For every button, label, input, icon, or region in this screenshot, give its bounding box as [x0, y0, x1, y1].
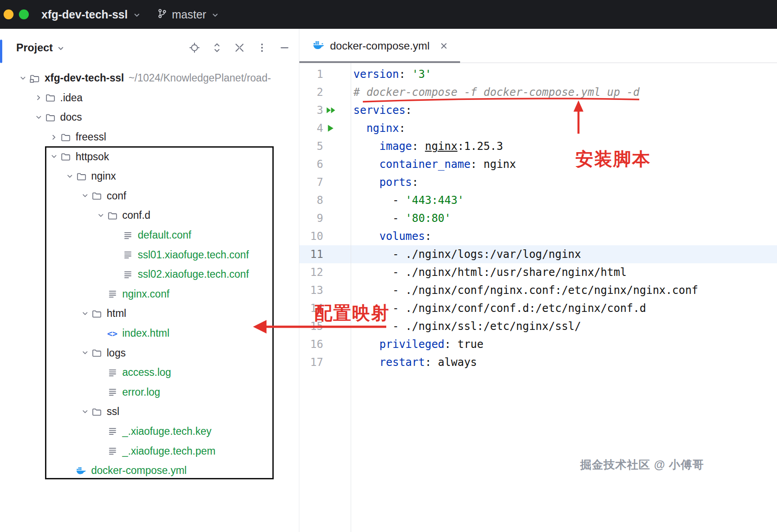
code-line-9[interactable]: 9 - '80:80': [299, 209, 777, 227]
code-line-6[interactable]: 6 container_name: nginx: [299, 155, 777, 173]
close-icon[interactable]: [438, 41, 449, 51]
chevron-right-icon[interactable]: [33, 93, 45, 102]
run-all-icon[interactable]: [325, 105, 342, 116]
code-line-2[interactable]: 2# docker-compose -f docker-compose.yml …: [299, 83, 777, 101]
line-number[interactable]: 10: [299, 227, 323, 245]
line-number[interactable]: 15: [299, 317, 323, 335]
code-line-7[interactable]: 7 ports:: [299, 173, 777, 191]
code-line-4[interactable]: 4 nginx:: [299, 119, 777, 137]
chevron-right-icon[interactable]: [48, 133, 60, 142]
code-line-17[interactable]: 17 restart: always: [299, 353, 777, 371]
chevron-down-icon[interactable]: [64, 172, 76, 181]
project-panel-header: Project: [0, 37, 299, 59]
tree-item-docker-compose.yml[interactable]: docker-compose.yml: [0, 461, 299, 481]
chevron-down-icon[interactable]: [33, 113, 45, 122]
chevron-down-icon[interactable]: [17, 74, 29, 83]
html-icon: <>: [107, 329, 118, 338]
tree-item-freessl[interactable]: freessl: [0, 127, 299, 147]
line-number[interactable]: 3: [299, 101, 323, 119]
folder-icon: [60, 132, 72, 142]
code-line-1[interactable]: 1version: '3': [299, 65, 777, 83]
line-number[interactable]: 1: [299, 65, 323, 83]
code-line-15[interactable]: 15 - ./nginx/ssl:/etc/nginx/ssl/: [299, 317, 777, 335]
code-line-14[interactable]: 14 - ./nginx/conf/conf.d:/etc/nginx/conf…: [299, 299, 777, 317]
line-number[interactable]: 13: [299, 281, 323, 299]
tree-item-.idea[interactable]: .idea: [0, 88, 299, 108]
hide-toolwindow-icon[interactable]: [279, 42, 290, 53]
code-line-8[interactable]: 8 - '443:443': [299, 191, 777, 209]
chevron-down-icon[interactable]: [95, 211, 107, 220]
line-number[interactable]: 6: [299, 155, 323, 173]
code-line-12[interactable]: 12 - ./nginx/html:/usr/share/nginx/html: [299, 263, 777, 281]
line-number[interactable]: 8: [299, 191, 323, 209]
locate-file-icon[interactable]: [189, 42, 200, 53]
chevron-down-icon[interactable]: [79, 407, 91, 416]
file-icon: [107, 368, 118, 378]
run-icon[interactable]: [325, 123, 342, 134]
tree-item-nginx.conf[interactable]: nginx.conf: [0, 284, 299, 304]
chevron-down-icon[interactable]: [79, 191, 91, 200]
code-line-3[interactable]: 3services:: [299, 101, 777, 119]
tree-item--.xiaofuge.tech.key[interactable]: _.xiaofuge.tech.key: [0, 422, 299, 442]
line-number[interactable]: 14: [299, 299, 323, 317]
tree-item-default.conf[interactable]: default.conf: [0, 225, 299, 245]
file-icon: [107, 289, 118, 299]
tree-item-error.log[interactable]: error.log: [0, 383, 299, 402]
more-options-icon[interactable]: [257, 42, 267, 53]
expand-all-icon[interactable]: [212, 42, 222, 53]
line-number[interactable]: 17: [299, 353, 323, 371]
line-number[interactable]: 7: [299, 173, 323, 191]
tree-item--.xiaofuge.tech.pem[interactable]: _.xiaofuge.tech.pem: [0, 441, 299, 461]
branch-widget[interactable]: master: [157, 8, 220, 21]
chevron-down-icon[interactable]: [56, 44, 65, 53]
line-number[interactable]: 5: [299, 137, 323, 155]
tree-item-label: .idea: [60, 92, 83, 104]
project-folder-icon: [29, 73, 41, 83]
code-line-10[interactable]: 10 volumes:: [299, 227, 777, 245]
minimize-traffic-light[interactable]: [4, 9, 14, 19]
code-line-5[interactable]: 5 image: nginx:1.25.3: [299, 137, 777, 155]
tree-item-docs[interactable]: docs: [0, 108, 299, 127]
tree-item-label: docs: [60, 111, 82, 123]
code-text: - ./nginx/html:/usr/share/nginx/html: [353, 263, 777, 281]
chevron-down-icon[interactable]: [79, 309, 91, 318]
line-number[interactable]: 9: [299, 209, 323, 227]
tree-item-ssl01.xiaofuge.tech.conf[interactable]: ssl01.xiaofuge.tech.conf: [0, 245, 299, 265]
code-text: container_name: nginx: [353, 155, 777, 173]
tree-item-ssl[interactable]: ssl: [0, 402, 299, 422]
code-text: # docker-compose -f docker-compose.yml u…: [353, 83, 777, 101]
code-line-13[interactable]: 13 - ./nginx/conf/nginx.conf:/etc/nginx/…: [299, 281, 777, 299]
line-number[interactable]: 4: [299, 119, 323, 137]
project-tool-window: Project x: [0, 29, 299, 532]
tree-item-conf[interactable]: conf: [0, 186, 299, 206]
tree-item-label: _.xiaofuge.tech.pem: [122, 445, 216, 457]
tree-item-access.log[interactable]: access.log: [0, 363, 299, 383]
line-number[interactable]: 16: [299, 335, 323, 353]
gutter-separator: [351, 63, 351, 532]
code-editor[interactable]: 1version: '3'2# docker-compose -f docker…: [299, 65, 777, 371]
tree-item-ssl02.xiaofuge.tech.conf[interactable]: ssl02.xiaofuge.tech.conf: [0, 265, 299, 284]
title-bar: xfg-dev-tech-ssl master: [0, 0, 777, 29]
panel-divider[interactable]: [299, 29, 299, 532]
line-number[interactable]: 2: [299, 83, 323, 101]
tree-item-nginx[interactable]: nginx: [0, 167, 299, 186]
tree-item-index.html[interactable]: <>index.html: [0, 324, 299, 343]
tree-item-label: _.xiaofuge.tech.key: [122, 425, 212, 437]
zoom-traffic-light[interactable]: [19, 9, 29, 19]
chevron-down-icon[interactable]: [48, 152, 60, 161]
project-widget[interactable]: xfg-dev-tech-ssl: [41, 8, 141, 21]
code-line-16[interactable]: 16 privileged: true: [299, 335, 777, 353]
tree-item-conf.d[interactable]: conf.d: [0, 206, 299, 225]
file-icon: [107, 426, 118, 436]
tree-item-logs[interactable]: logs: [0, 343, 299, 363]
tree-item-httpsok[interactable]: httpsok: [0, 147, 299, 167]
tree-item-html[interactable]: html: [0, 304, 299, 324]
code-line-11[interactable]: 11 - ./nginx/logs:/var/log/nginx: [299, 245, 777, 263]
chevron-down-icon[interactable]: [79, 348, 91, 357]
line-number[interactable]: 11: [299, 245, 323, 263]
project-panel-title: Project: [16, 41, 53, 54]
tab-docker-compose-yml[interactable]: docker-compose.yml: [299, 29, 460, 63]
line-number[interactable]: 12: [299, 263, 323, 281]
tree-item-xfg-dev-tech-ssl[interactable]: xfg-dev-tech-ssl ~/1024/KnowledgePlanet/…: [0, 68, 299, 88]
collapse-all-icon[interactable]: [234, 42, 245, 53]
